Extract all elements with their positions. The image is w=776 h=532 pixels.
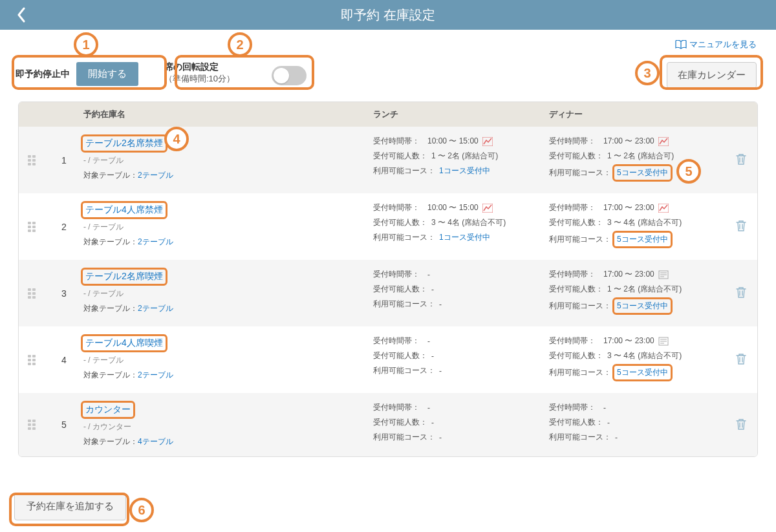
- stock-subtext: - / カウンター: [83, 421, 373, 432]
- stock-subtext: - / テーブル: [83, 288, 373, 299]
- delete-button[interactable]: [735, 352, 747, 367]
- value-capacity: 1 〜 2名 (席結合可): [607, 151, 674, 162]
- trash-icon: [735, 286, 747, 299]
- back-button[interactable]: [12, 5, 31, 25]
- target-table-link[interactable]: 4テーブル: [138, 437, 173, 446]
- label-capacity: 受付可能人数：: [549, 151, 603, 162]
- rotation-title: 席の回転設定: [164, 61, 235, 73]
- drag-handle[interactable]: [28, 222, 36, 232]
- table-body: 1テーブル2名席禁煙- / テーブル対象テーブル：2テーブル受付時間帯：10:0…: [19, 127, 757, 456]
- value-capacity: 3 〜 4名 (席結合不可): [607, 217, 682, 228]
- table-row: 3テーブル2名席喫煙- / テーブル対象テーブル：2テーブル受付時間帯：-受付可…: [19, 260, 757, 326]
- trash-icon: [735, 418, 747, 431]
- kv-course: 利用可能コース：-: [373, 432, 549, 443]
- reservation-status-block: 即予約停止中 開始する: [16, 40, 138, 86]
- lunch-col: 受付時間帯：-受付可能人数：-利用可能コース：-: [373, 269, 549, 317]
- lunch-col: 受付時間帯：-受付可能人数：-利用可能コース：-: [373, 335, 549, 384]
- label-time: 受付時間帯：: [549, 269, 599, 280]
- course-link[interactable]: 5コース受付中: [617, 168, 668, 177]
- callout-num-6: 6: [129, 498, 154, 522]
- table-header: 予約在庫名 ランチ ディナー: [19, 102, 757, 127]
- drag-handle[interactable]: [28, 288, 36, 299]
- trash-icon: [735, 219, 747, 232]
- label-time: 受付時間帯：: [373, 335, 424, 346]
- row-index: 2: [61, 222, 67, 232]
- stock-target: 対象テーブル：2テーブル: [83, 370, 373, 381]
- label-time: 受付時間帯：: [373, 136, 424, 147]
- kv-course: 利用可能コース：5コース受付中: [549, 365, 725, 380]
- rotation-toggle[interactable]: [272, 66, 307, 85]
- kv-capacity: 受付可能人数：-: [549, 417, 725, 428]
- delete-button[interactable]: [735, 219, 747, 234]
- delete-button[interactable]: [735, 286, 747, 301]
- kv-time: 受付時間帯：17:00 〜 23:00: [549, 335, 725, 346]
- delete-button[interactable]: [735, 418, 747, 432]
- value-time: -: [427, 403, 430, 412]
- stock-info: テーブル4人席禁煙- / テーブル対象テーブル：2テーブル: [83, 202, 373, 251]
- kv-course: 利用可能コース：-: [373, 365, 549, 376]
- stock-name-link[interactable]: テーブル4人席喫煙: [85, 337, 163, 349]
- rotation-block: 席の回転設定 （準備時間:10分）: [164, 42, 235, 85]
- add-stock-button[interactable]: 予約在庫を追加する: [14, 493, 126, 520]
- course-link[interactable]: 1コース受付中: [439, 165, 490, 176]
- col-header-dinner: ディナー: [549, 109, 757, 120]
- stock-name-link[interactable]: テーブル2名席禁煙: [85, 138, 163, 149]
- kv-time: 受付時間帯：10:00 〜 15:00: [373, 202, 549, 213]
- drag-handle[interactable]: [28, 355, 36, 365]
- row-index: 4: [61, 355, 67, 365]
- note-icon: [658, 337, 669, 346]
- kv-capacity: 受付可能人数：1 〜 2名 (席結合可): [549, 151, 725, 162]
- start-button[interactable]: 開始する: [76, 62, 138, 86]
- table-row: 4テーブル4人席喫煙- / テーブル対象テーブル：2テーブル受付時間帯：-受付可…: [19, 326, 757, 393]
- kv-course: 利用可能コース：5コース受付中: [549, 299, 725, 314]
- target-table-link[interactable]: 2テーブル: [138, 171, 173, 180]
- label-course: 利用可能コース：: [373, 299, 435, 310]
- value-capacity: 1 〜 2名 (席結合可): [431, 151, 498, 162]
- label-capacity: 受付可能人数：: [373, 417, 427, 428]
- stock-name-link[interactable]: テーブル4人席禁煙: [85, 204, 163, 216]
- course-link[interactable]: 1コース受付中: [439, 232, 490, 243]
- delete-button[interactable]: [735, 153, 747, 167]
- drag-handle[interactable]: [28, 420, 36, 430]
- label-capacity: 受付可能人数：: [549, 417, 603, 428]
- course-link: -: [439, 300, 442, 309]
- kv-capacity: 受付可能人数：3 〜 4名 (席結合不可): [549, 217, 725, 228]
- book-icon: [675, 40, 687, 49]
- note-icon: [658, 270, 669, 279]
- page-title: 即予約 在庫設定: [341, 6, 435, 24]
- course-link[interactable]: 5コース受付中: [617, 301, 668, 310]
- value-capacity: -: [431, 285, 434, 294]
- inventory-calendar-button[interactable]: 在庫カレンダー: [667, 62, 757, 89]
- chart-edit-icon: [658, 137, 669, 146]
- kv-time: 受付時間帯：17:00 〜 23:00: [549, 269, 725, 280]
- index-col: 3: [19, 269, 83, 317]
- chart-edit-icon: [482, 204, 493, 213]
- kv-course: 利用可能コース：5コース受付中: [549, 232, 725, 247]
- course-link: -: [439, 433, 442, 442]
- stock-name-link[interactable]: テーブル2名席喫煙: [85, 271, 163, 282]
- label-course: 利用可能コース：: [549, 432, 611, 443]
- kv-time: 受付時間帯：17:00 〜 23:00: [549, 136, 725, 147]
- target-table-link[interactable]: 2テーブル: [138, 237, 173, 246]
- stock-name-link[interactable]: カウンター: [85, 404, 131, 416]
- course-link[interactable]: 5コース受付中: [617, 368, 668, 377]
- target-table-link[interactable]: 2テーブル: [138, 304, 173, 313]
- dinner-col: 受付時間帯：17:00 〜 23:00 受付可能人数：3 〜 4名 (席結合不可…: [549, 335, 725, 384]
- value-time: 17:00 〜 23:00: [603, 269, 654, 280]
- index-col: 1: [19, 136, 83, 184]
- kv-course: 利用可能コース：-: [549, 432, 725, 443]
- label-capacity: 受付可能人数：: [373, 217, 427, 228]
- label-capacity: 受付可能人数：: [549, 217, 603, 228]
- kv-capacity: 受付可能人数：-: [373, 350, 549, 361]
- page-header: 即予約 在庫設定: [0, 0, 776, 30]
- row-index: 5: [61, 420, 67, 430]
- target-table-link[interactable]: 2テーブル: [138, 370, 173, 379]
- stock-target: 対象テーブル：4テーブル: [83, 436, 373, 447]
- value-time: 10:00 〜 15:00: [427, 202, 479, 213]
- manual-link[interactable]: マニュアルを見る: [675, 39, 757, 50]
- label-course: 利用可能コース：: [549, 167, 611, 178]
- value-time: 17:00 〜 23:00: [603, 202, 654, 213]
- course-link[interactable]: 5コース受付中: [617, 235, 668, 244]
- drag-handle[interactable]: [28, 155, 36, 165]
- value-time: 10:00 〜 15:00: [427, 136, 479, 147]
